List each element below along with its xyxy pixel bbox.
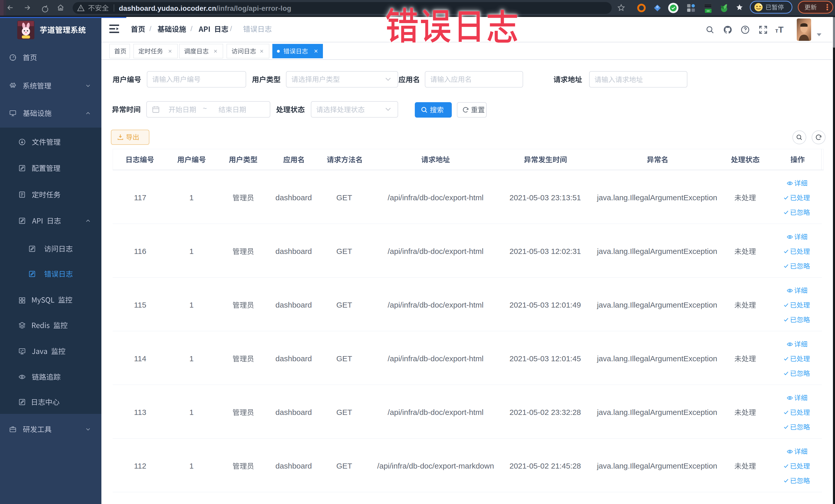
svg-text:on: on: [707, 9, 710, 12]
